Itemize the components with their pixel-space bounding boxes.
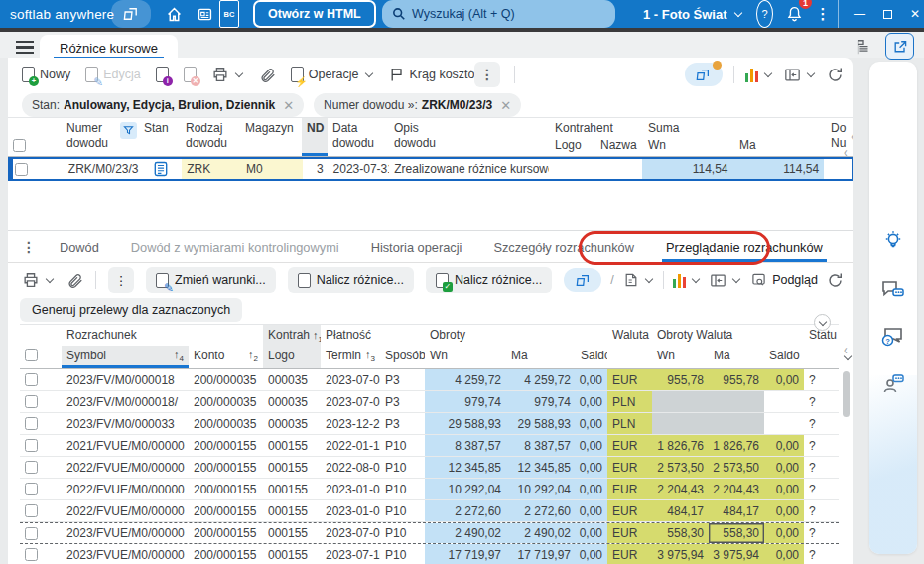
preview-button[interactable]: Podgląd bbox=[750, 272, 818, 288]
col-waluta-wn[interactable]: Wn bbox=[652, 346, 709, 368]
layers-view-button[interactable] bbox=[685, 63, 723, 86]
layout-panel-button[interactable] bbox=[784, 68, 816, 82]
document-delete-button[interactable]: ✕ bbox=[184, 67, 197, 82]
col-logo[interactable]: Logo bbox=[550, 138, 595, 157]
checkbox[interactable] bbox=[25, 349, 38, 361]
col-group-rozrachunek[interactable]: Rozrachunek bbox=[62, 325, 263, 346]
hamburger-menu-icon[interactable] bbox=[16, 41, 34, 54]
col-group-obroty[interactable]: Obroty bbox=[425, 325, 607, 346]
select-all-cell[interactable] bbox=[20, 346, 46, 368]
row-select-cell[interactable] bbox=[20, 544, 46, 564]
col-waluta[interactable]: Waluta bbox=[607, 325, 652, 346]
col-suma-ma[interactable]: Ma bbox=[734, 138, 826, 157]
settlement-row[interactable]: 2023/FV/M0/000018/200/0000350000352023-0… bbox=[20, 391, 839, 413]
close-icon[interactable]: ✕ bbox=[500, 98, 511, 113]
maximize-button[interactable] bbox=[876, 0, 898, 28]
row-select-cell[interactable] bbox=[20, 457, 46, 478]
layers-view-button[interactable] bbox=[564, 268, 601, 292]
generate-transfers-button[interactable]: Generuj przelewy dla zaznaczonych bbox=[20, 298, 242, 322]
row-select-cell[interactable] bbox=[20, 523, 46, 543]
document-info-button[interactable]: i bbox=[156, 67, 169, 82]
refresh-button[interactable] bbox=[827, 67, 844, 83]
col-numer-dowodu[interactable]: Numerdowodu bbox=[62, 118, 139, 156]
col-nd[interactable]: ND bbox=[302, 118, 328, 156]
edit-button[interactable]: ✎ Edycja bbox=[85, 67, 141, 82]
notifications-icon[interactable]: 1 bbox=[786, 0, 806, 28]
print-button[interactable] bbox=[211, 66, 244, 83]
col-sposob[interactable]: Sposób bbox=[380, 346, 425, 368]
export-document-button[interactable] bbox=[623, 272, 654, 288]
select-all-cell[interactable] bbox=[8, 118, 38, 156]
checkbox[interactable] bbox=[13, 139, 26, 152]
scroll-up-icon[interactable] bbox=[844, 352, 852, 360]
new-button[interactable]: + Nowy bbox=[22, 67, 70, 82]
collapse-columns-icon[interactable]: ‹ bbox=[844, 143, 848, 160]
close-button[interactable]: ✕ bbox=[904, 0, 924, 28]
share-icon[interactable] bbox=[885, 33, 914, 60]
settlement-row[interactable]: 2021/FVUE/M0/00000200/0001550001552022-0… bbox=[20, 435, 839, 457]
expand-panel-icon[interactable] bbox=[814, 314, 831, 331]
close-icon[interactable]: ✕ bbox=[283, 98, 294, 113]
print-button[interactable] bbox=[22, 271, 55, 289]
col-group-obroty-waluta[interactable]: Obroty Waluta bbox=[652, 325, 804, 346]
home-icon[interactable] bbox=[163, 0, 185, 28]
checkbox[interactable] bbox=[25, 461, 38, 474]
col-logo[interactable]: Logo bbox=[263, 346, 321, 368]
open-in-html-button[interactable]: Otwórz w HTML bbox=[253, 0, 376, 28]
idea-lightbulb-icon[interactable] bbox=[869, 228, 917, 252]
calc-differences-button-1[interactable]: Nalicz różnice... bbox=[288, 267, 414, 293]
document-row-selected[interactable]: ZRK/M0/23/3 ZRK M0 3 2023-07-31 Zrealizo… bbox=[8, 157, 853, 181]
filter-chip-numer-dowodu[interactable]: Numer dowodu »: ZRK/M0/23/3 ✕ bbox=[314, 93, 521, 117]
row-select-cell[interactable] bbox=[20, 435, 46, 456]
chart-view-button[interactable] bbox=[745, 68, 774, 82]
company-selector[interactable]: 1 - Foto Świat bbox=[643, 0, 743, 28]
tab-szczegoly-rozrachunkow[interactable]: Szczegóły rozrachunków bbox=[477, 232, 650, 263]
settlement-row[interactable]: 2022/FVUE/M0/00000200/0001550001552023-0… bbox=[20, 479, 839, 500]
tabs-more-icon[interactable]: ⋮ bbox=[8, 239, 44, 255]
col-group-platnosc[interactable]: Płatność bbox=[321, 325, 425, 346]
col-truncated[interactable]: DoNu bbox=[826, 118, 853, 156]
col-konto[interactable]: Konto↑2 bbox=[189, 346, 263, 368]
operations-button[interactable]: ⚡ Operacje bbox=[291, 67, 374, 82]
col-group-kontrahent[interactable]: Kontrah↑1 bbox=[263, 325, 321, 346]
col-suma-wn[interactable]: Wn bbox=[643, 138, 734, 157]
col-opis-dowodu[interactable]: Opisdowodu bbox=[389, 118, 550, 156]
row-select-cell[interactable] bbox=[20, 391, 46, 412]
checkbox[interactable] bbox=[15, 163, 28, 176]
settlement-row[interactable]: 2023/FVUE/M0/00000200/0001550001552023-0… bbox=[20, 544, 839, 564]
col-data-dowodu[interactable]: Datadowodu bbox=[328, 118, 389, 156]
vertical-scrollbar[interactable] bbox=[842, 348, 851, 562]
minimize-button[interactable]: — bbox=[849, 0, 870, 28]
toolbar-more-button[interactable]: ⋮ bbox=[474, 62, 500, 87]
refresh-button[interactable] bbox=[827, 272, 844, 289]
checkbox[interactable] bbox=[25, 417, 38, 430]
chart-view-button[interactable] bbox=[673, 273, 702, 288]
col-waluta-saldo[interactable]: Saldo bbox=[764, 346, 804, 368]
checkbox[interactable] bbox=[25, 527, 38, 540]
row-select-cell[interactable] bbox=[20, 369, 46, 390]
help-bubble-icon[interactable]: ? bbox=[869, 326, 917, 350]
col-ma[interactable]: Ma bbox=[506, 346, 576, 368]
layout-panel-button[interactable] bbox=[710, 273, 741, 288]
col-stan[interactable]: Stan bbox=[139, 118, 181, 156]
col-waluta-ma[interactable]: Ma bbox=[709, 346, 764, 368]
help-icon[interactable]: ? bbox=[756, 0, 773, 28]
tab-przegladanie-rozrachunkow[interactable]: Przeglądanie rozrachunków bbox=[650, 232, 839, 263]
row-select-cell[interactable] bbox=[20, 413, 46, 434]
settlement-row[interactable]: 2023/FV/M0/000033200/0000350000352023-12… bbox=[20, 413, 839, 435]
col-saldo[interactable]: Saldo bbox=[576, 346, 607, 368]
collapse-columns-icon[interactable]: ‹ bbox=[851, 127, 853, 144]
settlement-row[interactable]: 2022/FVUE/M0/00000200/0001550001552022-0… bbox=[20, 457, 839, 479]
col-wn[interactable]: Wn bbox=[425, 346, 506, 368]
checkbox[interactable] bbox=[25, 504, 38, 517]
row-select-cell[interactable] bbox=[20, 500, 46, 521]
settlement-row[interactable]: 2022/FVUE/M0/00000200/0001550001552023-0… bbox=[20, 500, 839, 522]
tab-dowod[interactable]: Dowód bbox=[44, 232, 115, 263]
checkbox[interactable] bbox=[25, 395, 38, 408]
bc-icon[interactable]: BC bbox=[219, 0, 239, 28]
checkbox[interactable] bbox=[25, 548, 38, 561]
scrollbar-thumb[interactable] bbox=[843, 371, 850, 417]
toolbar-more-button[interactable]: ⋮ bbox=[108, 267, 134, 293]
filter-funnel-icon[interactable] bbox=[120, 122, 137, 139]
col-magazyn[interactable]: Magazyn bbox=[240, 118, 302, 156]
